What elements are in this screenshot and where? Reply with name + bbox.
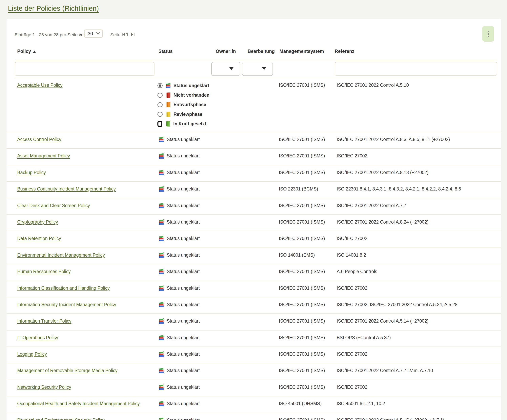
managementsystem-cell: ISO/IEC 27001 (ISMS) xyxy=(279,385,325,390)
books-stack-icon xyxy=(158,285,165,292)
referenz-cell: ISO/IEC 27002 xyxy=(337,351,367,357)
radio-button[interactable] xyxy=(157,121,162,127)
policy-link[interactable]: Management of Removable Storage Media Po… xyxy=(17,368,117,373)
policy-link[interactable]: Physical and Environmental Security Poli… xyxy=(17,418,105,420)
books-stack-icon xyxy=(158,367,165,374)
radio-button[interactable] xyxy=(157,83,162,88)
skip-to-last-page-icon[interactable] xyxy=(130,32,135,37)
managementsystem-cell: ISO 22301 (BCMS) xyxy=(279,186,318,192)
triangle-down-icon xyxy=(229,67,233,71)
radio-button[interactable] xyxy=(157,102,162,107)
policy-link[interactable]: Business Continuity Incident Management … xyxy=(17,186,116,192)
table-row: Management of Removable Storage Media Po… xyxy=(7,363,501,380)
referenz-cell: ISO/IEC 27002, ISO/IEC 27001:2022 Contro… xyxy=(337,302,458,307)
referenz-cell: ISO/IEC 27001:2022 Control A.7.7 i.V.m. … xyxy=(337,368,433,373)
column-header-bearbeitung[interactable]: Bearbeitung xyxy=(247,49,275,54)
status-option[interactable]: Reviewphase xyxy=(157,110,209,119)
books-stack-icon xyxy=(158,268,165,275)
table-row: Logging PolicyStatus ungeklärtISO/IEC 27… xyxy=(7,347,501,363)
policy-link[interactable]: Acceptable Use Policy xyxy=(17,83,63,88)
table-body: Acceptable Use PolicyStatus ungeklärtNic… xyxy=(7,78,501,420)
policy-link[interactable]: Information Transfer Policy xyxy=(17,318,71,324)
status-option[interactable]: Entwurfsphase xyxy=(157,100,209,110)
policy-link[interactable]: Information Security Incident Management… xyxy=(17,302,116,307)
column-header-managementsystem[interactable]: Managementsystem xyxy=(279,49,324,54)
managementsystem-cell: ISO/IEC 27001 (ISMS) xyxy=(279,286,325,291)
status-text: Status ungeklärt xyxy=(167,401,200,406)
policy-link[interactable]: Access Control Policy xyxy=(17,137,61,142)
current-page-number[interactable]: 1 xyxy=(126,32,128,37)
policy-link[interactable]: Clear Desk and Clear Screen Policy xyxy=(17,203,90,208)
managementsystem-cell: ISO/IEC 27001 (ISMS) xyxy=(279,368,325,373)
books-stack-icon xyxy=(158,202,165,209)
status-cell: Status ungeklärt xyxy=(158,235,200,242)
status-option[interactable]: Status ungeklärt xyxy=(157,81,209,90)
skip-to-first-page-icon[interactable] xyxy=(121,32,126,37)
column-header-status[interactable]: Status xyxy=(158,49,173,54)
status-cell: Status ungeklärt xyxy=(158,417,200,420)
referenz-cell: ISO 45001 6.1.2.1, 10.2 xyxy=(337,401,385,406)
table-row: Cryptography PolicyStatus ungeklärtISO/I… xyxy=(7,215,501,231)
referenz-cell: ISO/IEC 27001:2022 Control A.5.14 (+2700… xyxy=(337,318,429,324)
policy-link[interactable]: Information Classification and Handling … xyxy=(17,286,110,291)
books-stack-icon xyxy=(158,235,165,242)
status-options-list: Status ungeklärtNicht vorhandenEntwurfsp… xyxy=(157,81,209,129)
filter-row xyxy=(7,62,501,76)
radio-button[interactable] xyxy=(157,93,162,98)
table-row: Information Transfer PolicyStatus ungekl… xyxy=(7,314,501,330)
policy-link[interactable]: Environmental Incident Management Policy xyxy=(17,252,105,258)
status-cell: Status ungeklärt xyxy=(158,335,200,341)
policies-card: Einträge 1 - 28 von 28 pro Seite von 30 … xyxy=(7,19,501,420)
status-cell: Status ungeklärt xyxy=(158,400,200,407)
policy-link[interactable]: Occupational Health and Safety Incident … xyxy=(17,401,140,406)
actions-menu-button[interactable] xyxy=(482,26,494,42)
table-row: Backup PolicyStatus ungeklärtISO/IEC 270… xyxy=(7,165,501,182)
referenz-cell: ISO/IEC 27001:2022 Control A.8.3, A.8.5,… xyxy=(337,137,450,142)
managementsystem-cell: ISO 45001 (OHSMS) xyxy=(279,401,322,406)
table-row: Access Control PolicyStatus ungeklärtISO… xyxy=(7,132,501,149)
owner-filter-select[interactable] xyxy=(211,62,240,76)
column-header-policy[interactable]: Policy xyxy=(17,49,36,54)
policy-link[interactable]: Backup Policy xyxy=(17,170,46,175)
books-stack-icon xyxy=(158,318,165,324)
status-option[interactable]: Nicht vorhanden xyxy=(157,90,209,100)
page-title[interactable]: Liste der Policies (Richtlinien) xyxy=(8,4,99,12)
table-row: Acceptable Use PolicyStatus ungeklärtNic… xyxy=(7,78,501,132)
yellow-notebook-icon xyxy=(165,111,171,117)
managementsystem-cell: ISO/IEC 27001 (ISMS) xyxy=(279,302,325,307)
status-cell: Status ungeklärt xyxy=(158,367,200,374)
status-text: Status ungeklärt xyxy=(167,368,200,373)
policy-link[interactable]: Human Ressources Policy xyxy=(17,269,71,274)
referenz-cell: ISO/IEC 27001:2022 Control A.5.15 (+2700… xyxy=(337,418,444,420)
policy-link[interactable]: Data Retention Policy xyxy=(17,236,61,241)
managementsystem-cell: ISO 14001 (EMS) xyxy=(279,252,315,258)
referenz-cell: ISO/IEC 27001:2022 Control A.7.7 xyxy=(337,203,406,208)
status-option[interactable]: In Kraft gesetzt xyxy=(157,119,209,129)
managementsystem-cell: ISO/IEC 27001 (ISMS) xyxy=(279,236,325,241)
books-stack-icon xyxy=(158,301,165,308)
page-size-value: 30 xyxy=(88,31,93,36)
books-stack-icon xyxy=(158,252,165,259)
books-stack-icon xyxy=(158,153,165,159)
referenz-filter-input[interactable] xyxy=(335,62,497,76)
policy-link[interactable]: Asset Management Policy xyxy=(17,153,70,159)
radio-button[interactable] xyxy=(157,112,162,117)
policy-link[interactable]: Logging Policy xyxy=(17,351,47,357)
column-header-owner[interactable]: Owner:in xyxy=(216,49,236,54)
policy-link[interactable]: IT Operations Policy xyxy=(17,335,58,340)
status-cell: Status ungeklärt xyxy=(158,318,200,324)
status-text: Status ungeklärt xyxy=(167,351,200,357)
policy-link[interactable]: Cryptography Policy xyxy=(17,219,58,225)
managementsystem-cell: ISO/IEC 27001 (ISMS) xyxy=(279,318,325,324)
policy-filter-input[interactable] xyxy=(15,62,155,76)
sort-ascending-icon xyxy=(33,49,36,54)
column-header-referenz[interactable]: Referenz xyxy=(335,49,354,54)
bearbeitung-filter-select[interactable] xyxy=(242,62,273,76)
policy-link[interactable]: Networking Security Policy xyxy=(17,385,71,390)
entries-summary: Einträge 1 - 28 von 28 pro Seite von xyxy=(15,32,86,37)
referenz-cell: ISO/IEC 27002 xyxy=(337,236,367,241)
status-text: Status ungeklärt xyxy=(167,236,200,241)
status-text: Status ungeklärt xyxy=(167,302,200,307)
page-size-select[interactable]: 30 xyxy=(84,29,103,38)
status-cell: Status ungeklärt xyxy=(158,186,200,192)
